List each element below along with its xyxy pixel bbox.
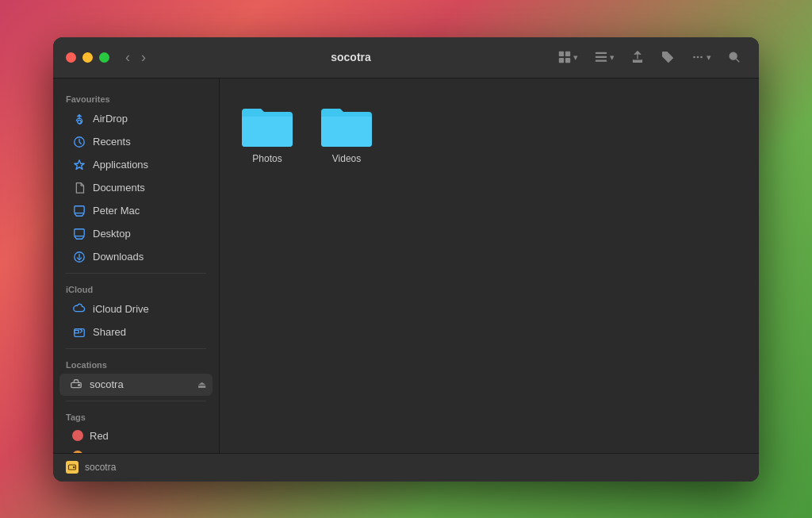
photos-folder-icon: [239, 101, 296, 148]
applications-icon: [72, 158, 86, 172]
search-button[interactable]: [722, 47, 746, 67]
sidebar-item-documents[interactable]: Documents: [59, 177, 213, 199]
divider-3: [66, 401, 206, 401]
svg-point-21: [74, 466, 75, 468]
favourites-section-label: Favourites: [53, 88, 219, 107]
grid-icon: [557, 50, 572, 64]
search-icon: [727, 50, 741, 64]
svg-rect-15: [75, 228, 84, 236]
sidebar-item-petermac[interactable]: Peter Mac: [59, 200, 213, 222]
petermac-label: Peter Mac: [93, 205, 140, 217]
tag-button[interactable]: [656, 47, 680, 67]
desktop-label: Desktop: [93, 228, 131, 240]
statusbar-drive-icon: [66, 461, 79, 474]
folder-videos[interactable]: Videos: [315, 94, 378, 171]
sidebar-item-airdrop[interactable]: AirDrop: [59, 108, 213, 130]
icloud-section-label: iCloud: [53, 278, 219, 297]
tag-icon: [661, 50, 675, 64]
maximize-button[interactable]: [99, 52, 109, 63]
sidebar-item-applications[interactable]: Applications: [59, 154, 213, 176]
sidebar-item-desktop[interactable]: Desktop: [59, 223, 213, 245]
divider-1: [66, 273, 206, 274]
close-button[interactable]: [66, 52, 76, 63]
share-button[interactable]: [626, 47, 649, 67]
toolbar-actions: ▾ ▾ ▾: [553, 47, 746, 67]
recents-label: Recents: [93, 136, 131, 148]
red-tag-label: Red: [90, 430, 109, 442]
svg-rect-3: [565, 58, 570, 63]
sidebar-item-recents[interactable]: Recents: [59, 131, 213, 153]
svg-point-8: [693, 56, 695, 59]
forward-button[interactable]: ›: [138, 48, 149, 66]
videos-folder-icon: [318, 101, 375, 148]
recents-icon: [72, 135, 86, 149]
folder-photos[interactable]: Photos: [236, 94, 299, 171]
svg-point-10: [700, 56, 703, 59]
svg-rect-4: [596, 52, 607, 54]
more-chevron-icon: ▾: [707, 52, 711, 63]
downloads-icon: [72, 250, 86, 264]
photos-label: Photos: [252, 153, 282, 164]
svg-rect-2: [559, 58, 564, 63]
sidebar-item-icloud-drive[interactable]: iCloud Drive: [59, 298, 213, 320]
window-title: socotra: [149, 51, 553, 63]
statusbar-location: socotra: [85, 462, 116, 473]
icloud-drive-label: iCloud Drive: [93, 303, 149, 315]
desktop-icon: [72, 227, 86, 241]
svg-point-7: [665, 54, 666, 56]
red-tag-dot: [72, 430, 83, 441]
back-button[interactable]: ‹: [122, 48, 133, 66]
downloads-label: Downloads: [93, 251, 144, 263]
sidebar-item-downloads[interactable]: Downloads: [59, 246, 213, 268]
titlebar: ‹ › socotra ▾ ▾ ▾: [53, 37, 759, 79]
documents-label: Documents: [93, 182, 145, 194]
drive-icon: [69, 378, 83, 392]
minimize-button[interactable]: [82, 52, 93, 63]
traffic-lights: [66, 52, 109, 63]
sidebar-item-tag-orange[interactable]: Orange: [59, 447, 213, 453]
applications-label: Applications: [93, 159, 148, 171]
more-button[interactable]: ▾: [686, 47, 716, 67]
svg-point-19: [79, 384, 80, 386]
svg-rect-14: [75, 205, 84, 213]
sidebar-item-socotra[interactable]: socotra ⏏: [59, 374, 213, 396]
shared-icon: [72, 325, 86, 340]
svg-point-9: [697, 56, 699, 59]
svg-rect-1: [565, 52, 570, 56]
documents-icon: [72, 181, 86, 195]
chevron-down-icon: ▾: [573, 52, 578, 63]
svg-rect-6: [596, 60, 607, 62]
icon-view-button[interactable]: ▾: [553, 47, 583, 67]
finder-window: ‹ › socotra ▾ ▾ ▾: [53, 37, 759, 482]
airdrop-label: AirDrop: [93, 113, 128, 125]
petermac-icon: [72, 204, 86, 218]
locations-section-label: Locations: [53, 354, 219, 373]
statusbar: socotra: [53, 453, 759, 482]
ellipsis-icon: [691, 50, 705, 64]
main-content: Photos Videos: [220, 79, 759, 453]
divider-2: [66, 348, 206, 349]
eject-button[interactable]: ⏏: [197, 379, 206, 390]
navigation-buttons: ‹ ›: [122, 48, 149, 66]
svg-rect-5: [596, 56, 607, 58]
shared-label: Shared: [93, 326, 126, 338]
sidebar-item-tag-red[interactable]: Red: [59, 426, 213, 446]
sidebar-item-shared[interactable]: Shared: [59, 321, 213, 343]
content-area: Favourites AirDrop Recents Applications: [53, 79, 759, 453]
share-icon: [630, 50, 645, 64]
files-grid: Photos Videos: [236, 94, 743, 171]
tags-section-label: Tags: [53, 406, 219, 425]
svg-rect-0: [559, 52, 564, 56]
sidebar: Favourites AirDrop Recents Applications: [53, 79, 220, 453]
icloud-icon: [72, 302, 86, 317]
svg-point-12: [78, 120, 81, 123]
svg-point-11: [730, 52, 737, 59]
sort-button[interactable]: ▾: [589, 47, 619, 67]
airdrop-icon: [72, 112, 86, 126]
list-icon: [594, 50, 608, 64]
sort-chevron-icon: ▾: [610, 52, 615, 63]
videos-label: Videos: [332, 153, 361, 164]
socotra-location-label: socotra: [90, 378, 124, 390]
